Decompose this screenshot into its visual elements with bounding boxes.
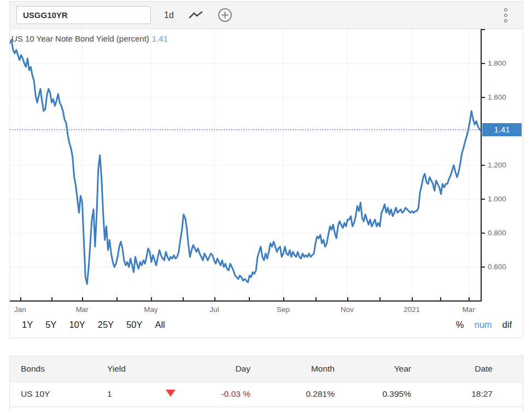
x-axis-label: Sep [277, 305, 290, 314]
range-button-50y[interactable]: 50Y [126, 320, 142, 330]
range-buttons: 1Y 5Y 10Y 25Y 50Y All [22, 320, 165, 330]
plus-circle-icon[interactable] [218, 8, 232, 22]
cell-yield: 1 [96, 381, 151, 407]
header-day[interactable]: Day [190, 356, 253, 381]
x-axis-tick [20, 297, 21, 300]
cell-day-change: -0.03 % [190, 381, 253, 407]
x-axis-tick [440, 297, 441, 300]
bonds-table: Bonds Yield Day Month Year Date US 10Y 1… [10, 356, 523, 407]
x-axis-tick [249, 297, 250, 300]
y-axis-label: 1.800 [488, 59, 506, 67]
line-chart-icon[interactable] [188, 10, 203, 20]
y-axis-tick [481, 97, 485, 98]
chart-controls: 1Y 5Y 10Y 25Y 50Y All % num dif [10, 319, 523, 338]
cell-month-change: 0.281% [253, 381, 337, 407]
header-yield[interactable]: Yield [96, 356, 151, 381]
x-axis-label: Mar [462, 305, 475, 314]
x-axis-tick [347, 297, 348, 300]
chart-title: US 10 Year Note Bond Yield (percent)1.41 [11, 34, 168, 43]
x-axis-tick [151, 297, 152, 300]
y-axis-tick [481, 199, 485, 200]
cell-year-change: 0.395% [337, 381, 414, 407]
down-triangle-icon [166, 390, 176, 397]
display-button-num[interactable]: num [474, 320, 492, 330]
chart-toolbar: 1d [10, 2, 523, 29]
cell-date: 18:27 [414, 381, 523, 407]
y-axis-label: 1.600 [488, 93, 506, 101]
y-axis-label: 1.200 [488, 161, 506, 169]
table-row[interactable]: US 10Y 1 -0.03 % 0.281% 0.395% 18:27 [10, 381, 523, 407]
x-axis-tick [183, 297, 184, 300]
y-axis-tick [481, 233, 485, 234]
range-button-25y[interactable]: 25Y [98, 320, 114, 330]
range-button-10y[interactable]: 10Y [69, 320, 85, 330]
range-button-1y[interactable]: 1Y [22, 320, 33, 330]
current-value-badge: 1.41 [482, 123, 522, 136]
bonds-table-card: Bonds Yield Day Month Year Date US 10Y 1… [9, 356, 523, 411]
x-axis-label: Jan [14, 305, 26, 314]
header-date[interactable]: Date [414, 356, 523, 381]
x-axis-label: Nov [341, 305, 354, 314]
x-axis-label: Jul [209, 305, 219, 314]
cell-bond-name[interactable]: US 10Y [10, 381, 96, 407]
display-mode-buttons: % num dif [456, 320, 512, 330]
x-axis-tick [116, 297, 118, 300]
x-axis-tick [82, 297, 83, 300]
header-month[interactable]: Month [253, 356, 337, 381]
chart-title-text: US 10 Year Note Bond Yield (percent) [11, 34, 149, 43]
x-axis-tick [315, 297, 317, 300]
display-button-dif[interactable]: dif [502, 320, 512, 330]
kebab-menu-icon[interactable] [504, 8, 507, 22]
range-button-all[interactable]: All [155, 320, 165, 330]
y-axis-tick [481, 165, 485, 166]
x-axis-label: May [144, 305, 158, 314]
x-axis-tick [283, 297, 284, 300]
x-axis-tick [51, 297, 52, 300]
chart-widget: 1d 1.8001.6001.2001.0000.8000.600 US 10 … [9, 1, 523, 338]
header-year[interactable]: Year [337, 356, 414, 381]
table-header-row: Bonds Yield Day Month Year Date [10, 356, 523, 381]
cell-direction [151, 381, 190, 407]
x-axis-label: Mar [75, 305, 88, 314]
range-button-5y[interactable]: 5Y [45, 320, 56, 330]
chart-title-value: 1.41 [152, 34, 168, 43]
x-axis-label: 2021 [404, 305, 420, 314]
display-button-percent[interactable]: % [456, 320, 464, 330]
y-axis-tick [481, 29, 485, 30]
x-axis-tick [469, 297, 470, 300]
y-axis-label: 0.800 [488, 229, 506, 237]
header-direction [151, 356, 190, 381]
y-axis-label: 0.600 [488, 263, 506, 271]
x-axis-labels-row: JanMarMayJulSepNov2021Mar [10, 302, 523, 319]
header-bonds[interactable]: Bonds [10, 356, 96, 381]
interval-label[interactable]: 1d [164, 10, 174, 20]
x-axis-tick [412, 297, 413, 300]
y-axis-label: 1.000 [488, 195, 506, 203]
x-axis-tick [379, 297, 381, 300]
symbol-input[interactable] [16, 6, 151, 24]
x-axis-tick [214, 297, 215, 300]
yield-line-chart [10, 29, 481, 301]
chart-plot-area[interactable]: 1.8001.6001.2001.0000.8000.600 US 10 Yea… [10, 29, 523, 302]
y-axis-tick [481, 63, 485, 64]
y-axis-tick [481, 267, 485, 268]
